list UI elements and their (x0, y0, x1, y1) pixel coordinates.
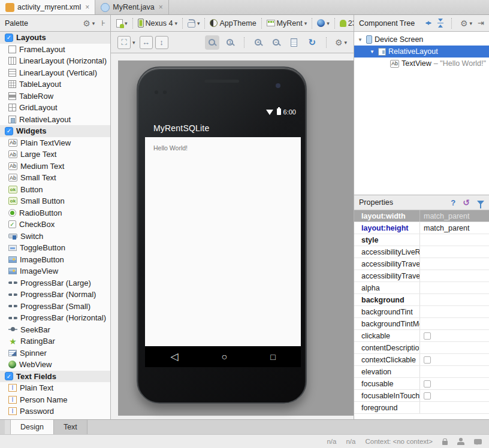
property-value[interactable] (420, 282, 489, 293)
property-value[interactable]: match_parent (420, 222, 489, 234)
zoom-out-button[interactable]: − (269, 35, 283, 50)
palette-category-text-fields[interactable]: ✓Text Fields (0, 371, 110, 383)
property-row-focusableintouchmode[interactable]: focusableInTouchMode (354, 390, 489, 402)
checkbox-checked-icon[interactable]: ✓ (5, 34, 13, 42)
expand-all-icon[interactable] (424, 19, 433, 28)
inspector-icon[interactable] (457, 438, 464, 445)
palette-item-switch[interactable]: Switch (0, 231, 110, 243)
close-icon[interactable]: × (85, 3, 89, 11)
property-row-backgroundtintmode[interactable]: backgroundTintMode (354, 318, 489, 330)
palette-item-progressbar-normal[interactable]: ProgressBar (Normal) (0, 289, 110, 301)
zoom-mode-button[interactable]: ⛶▾ (116, 35, 137, 50)
property-checkbox[interactable] (424, 356, 431, 364)
palette-item-progressbar-horizontal[interactable]: ProgressBar (Horizontal) (0, 312, 110, 324)
palette-item-gridlayout[interactable]: GridLayout (0, 102, 110, 114)
zoom-to-fit-button[interactable] (205, 35, 219, 50)
property-checkbox[interactable] (424, 392, 431, 399)
palette-item-tablelayout[interactable]: TableLayout (0, 78, 110, 90)
zoom-in-button[interactable]: + (251, 35, 265, 50)
palette-item-seekbar[interactable]: SeekBar (0, 324, 110, 336)
help-icon[interactable]: ? (451, 198, 455, 207)
palette-item-togglebutton[interactable]: ToggleButton (0, 242, 110, 254)
event-log-bubble-icon[interactable] (474, 439, 482, 444)
palette-dock-icon[interactable]: ⊦ (101, 19, 105, 28)
tree-node-textview[interactable]: AbTextView– "Hello World!" (354, 57, 489, 69)
palette-item-medium-text[interactable]: Medium Text (0, 161, 110, 172)
property-row-backgroundtint[interactable]: backgroundTint (354, 306, 489, 318)
property-row-layout-height[interactable]: layout:heightmatch_parent (354, 222, 489, 234)
palette-item-password[interactable]: Password (0, 405, 110, 417)
hide-panel-icon[interactable]: ⇥ (478, 19, 484, 28)
property-value[interactable] (420, 294, 489, 305)
tab-design[interactable]: Design (11, 420, 54, 434)
theme-selector[interactable]: AppTheme (208, 18, 258, 29)
palette-item-plain-text[interactable]: Plain Text (0, 382, 110, 394)
palette-item-linearlayout-horizontal[interactable]: LinearLayout (Horizontal) (0, 55, 110, 67)
hello-world-textview[interactable]: Hello World! (153, 144, 188, 152)
property-value[interactable] (420, 246, 489, 258)
refresh-button[interactable]: ↻ (305, 35, 319, 50)
render-settings-button[interactable]: ⚙▾ (333, 37, 349, 48)
palette-item-radiobutton[interactable]: RadioButton (0, 207, 110, 219)
property-row-accessibilitytraversalafter[interactable]: accessibilityTraversalAfter (354, 258, 489, 270)
palette-item-checkbox[interactable]: CheckBox (0, 219, 110, 231)
editor-tab-myrent-java[interactable]: MyRent.java× (95, 0, 169, 14)
match-width-icon[interactable]: ↔ (140, 36, 153, 49)
palette-item-ratingbar[interactable]: RatingBar (0, 335, 110, 347)
design-canvas[interactable]: 6:00 MyRentSQLite Hello World! ◁ ○ (111, 53, 354, 419)
property-row-accessibilityliveregion[interactable]: accessibilityLiveRegion (354, 246, 489, 258)
property-value[interactable] (420, 342, 489, 353)
orientation-selector[interactable]: ▾ (186, 18, 202, 29)
palette-item-spinner[interactable]: Spinner (0, 347, 110, 359)
property-value[interactable] (420, 270, 489, 281)
palette-item-progressbar-small[interactable]: ProgressBar (Small) (0, 301, 110, 313)
preview-content[interactable]: Hello World! (145, 137, 301, 346)
reset-property-icon[interactable]: ↺ (463, 198, 470, 207)
palette-item-framelayout[interactable]: FrameLayout (0, 44, 110, 56)
expander-icon[interactable]: ▼ (358, 37, 364, 43)
zoom-actual-size-button[interactable]: 1 (223, 35, 237, 50)
property-value[interactable] (420, 330, 489, 341)
checkbox-checked-icon[interactable]: ✓ (5, 372, 13, 380)
palette-item-plain-textview[interactable]: Plain TextView (0, 137, 110, 149)
tree-node-relativelayout[interactable]: ▼RelativeLayout (354, 46, 489, 57)
property-row-accessibilitytraversalbefore[interactable]: accessibilityTraversalBefore (354, 270, 489, 282)
property-value[interactable] (420, 366, 489, 377)
property-value[interactable] (420, 390, 489, 401)
device-selector[interactable]: Nexus 4▾ (136, 17, 179, 29)
device-screen-preview[interactable]: 6:00 MyRentSQLite Hello World! ◁ ○ (145, 105, 301, 367)
palette-item-button[interactable]: Button (0, 184, 110, 196)
collapse-all-icon[interactable] (436, 19, 445, 28)
tab-text[interactable]: Text (54, 420, 87, 434)
palette-category-layouts[interactable]: ✓Layouts (0, 32, 110, 44)
property-row-background[interactable]: background (354, 294, 489, 306)
property-value[interactable] (420, 378, 489, 389)
activity-selector[interactable]: MyRent▾ (265, 18, 309, 29)
palette-item-relativelayout[interactable]: RelativeLayout (0, 114, 110, 126)
property-value[interactable] (420, 306, 489, 317)
expander-icon[interactable]: ▼ (370, 49, 376, 55)
property-row-contentdescription[interactable]: contentDescription (354, 342, 489, 354)
property-value[interactable] (420, 234, 489, 246)
filter-icon[interactable] (477, 201, 484, 205)
match-height-icon[interactable]: ↕ (155, 36, 168, 49)
api-level-selector[interactable]: 23▾ (338, 18, 354, 29)
property-checkbox[interactable] (424, 332, 431, 340)
palette-item-imageview[interactable]: ImageView (0, 265, 110, 277)
palette-item-large-text[interactable]: Large Text (0, 149, 110, 161)
property-row-alpha[interactable]: alpha (354, 282, 489, 294)
property-value[interactable] (420, 402, 489, 413)
property-value[interactable]: match_parent (420, 210, 489, 222)
property-row-foreground[interactable]: foreground (354, 402, 489, 414)
property-checkbox[interactable] (424, 380, 431, 388)
property-row-layout-width[interactable]: layout:widthmatch_parent (354, 210, 489, 222)
property-row-contextclickable[interactable]: contextClickable (354, 354, 489, 366)
property-row-focusable[interactable]: focusable (354, 378, 489, 390)
editor-tab-activity-myrent-xml[interactable]: activity_myrent.xml× (0, 0, 95, 14)
palette-item-webview[interactable]: WebView (0, 359, 110, 371)
palette-item-tablerow[interactable]: TableRow (0, 90, 110, 102)
preview-xml-button[interactable] (287, 35, 301, 50)
property-value[interactable] (420, 318, 489, 329)
palette-item-progressbar-large[interactable]: ProgressBar (Large) (0, 277, 110, 289)
palette-category-widgets[interactable]: ✓Widgets (0, 125, 110, 137)
